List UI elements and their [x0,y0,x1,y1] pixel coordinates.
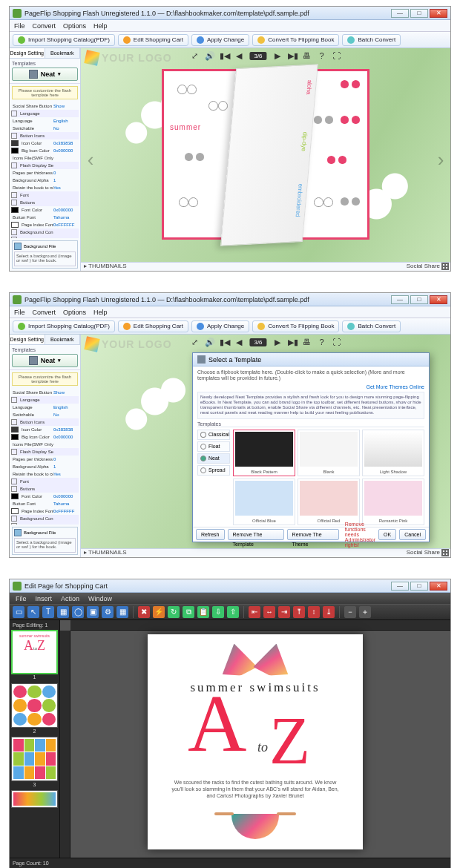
property-row[interactable]: Background Config [11,515,79,522]
minimize-button[interactable]: — [391,582,409,591]
close-button[interactable]: ✕ [430,295,447,304]
property-row[interactable]: Font [11,478,79,485]
menu-convert[interactable]: Convert [33,22,56,30]
image-tool-icon[interactable]: ▦ [57,606,69,618]
close-button[interactable]: ✕ [430,9,447,18]
swf-tool-icon[interactable]: ⚙ [102,606,114,618]
edit-cart-button[interactable]: Edit Shopping Cart [118,34,188,46]
template-light-shadow[interactable]: Light Shadow [362,430,424,476]
property-row[interactable]: SwitchableNo [11,125,79,132]
property-row[interactable]: Background Alpha1 [11,177,79,184]
fullscreen-icon[interactable]: ⛶ [332,51,341,60]
ok-button[interactable]: OK [378,529,396,540]
template-blank[interactable]: Blank [298,430,360,476]
thumbnail-3[interactable]: 3 [11,737,58,781]
property-row[interactable]: Button FontTahoma [11,500,79,507]
property-row[interactable]: Retain the book to centerYes [11,184,79,191]
import-button[interactable]: Import Shopping Catalog(PDF) [13,34,115,46]
zoom-out-icon[interactable]: － [344,606,356,618]
maximize-button[interactable]: □ [410,295,428,304]
refresh-icon[interactable]: ↻ [168,606,180,618]
property-row[interactable]: Button FontTahoma [11,214,79,221]
property-row[interactable]: Pages per thickness0 [11,456,79,463]
cancel-button[interactable]: Cancel [399,529,426,540]
tab-design-setting[interactable]: Design Setting [10,48,45,58]
align-bottom-icon[interactable]: ⤓ [323,606,335,618]
maximize-button[interactable]: □ [410,582,428,591]
property-row[interactable]: Icons File(SWF Only) [11,154,79,162]
template-romantic-pink[interactable]: Romantic Pink [362,479,424,525]
background-file-select[interactable]: Select a background (image or swf ) for … [14,251,76,266]
menu-action[interactable]: Action [61,595,79,602]
align-top-icon[interactable]: ⤒ [293,606,305,618]
close-button[interactable]: ✕ [430,582,447,591]
grid-icon[interactable] [441,263,449,270]
align-right-icon[interactable]: ⇥ [278,606,290,618]
editor-canvas[interactable]: summer swimsuits A to Z We scoured the r… [60,620,450,858]
property-row[interactable]: LanguageEnglish [11,404,79,411]
maximize-button[interactable]: □ [410,9,428,18]
shape-tool-icon[interactable]: ◯ [72,606,84,618]
property-row[interactable]: Retain the book to centerYes [11,470,79,478]
page-content[interactable]: summer swimsuits A to Z We scoured the r… [148,634,363,849]
print-icon[interactable]: 🖶 [303,51,312,60]
menu-options[interactable]: Options [63,22,86,30]
next-page-icon[interactable]: ▶ [273,51,282,60]
type-spread[interactable]: Spread [197,465,230,476]
book-spread[interactable]: summer a b d e [162,69,369,240]
remove-theme-button[interactable]: Remove The Theme [287,529,339,540]
property-row[interactable]: Background Config [11,228,79,236]
thumbnails-toggle[interactable]: ▸ THUMBNAILS [84,263,127,269]
apply-change-button[interactable]: Apply Change [191,34,249,46]
thumbnail-4[interactable] [11,790,58,808]
prev-arrow[interactable]: ‹ [84,148,97,171]
copy-icon[interactable]: ⧉ [183,606,194,618]
property-row[interactable]: Icon Color0x383838 [11,139,79,147]
convert-button[interactable]: Convert To Flipping Book [252,34,339,46]
menu-file[interactable]: File [16,595,27,602]
bring-front-icon[interactable]: ⇧ [227,606,239,618]
next-arrow[interactable]: › [434,148,447,171]
property-grid[interactable]: Social Share ButtonShowLanguageLanguageE… [10,102,80,238]
type-float[interactable]: Float [197,441,230,452]
property-row[interactable]: Font Color0x000000 [11,493,79,500]
property-row[interactable]: Pages per thickness0 [11,169,79,177]
remove-template-button[interactable]: Remove The Template [228,529,284,540]
property-row[interactable]: Icons File(SWF Only) [11,441,79,448]
template-official-red[interactable]: Official Red [298,479,360,525]
zoom-in-icon[interactable]: ＋ [359,606,371,618]
page-indicator[interactable]: 3/6 [249,52,266,60]
menu-insert[interactable]: Insert [36,595,53,602]
align-left-icon[interactable]: ⇤ [249,606,260,618]
property-row[interactable]: Page Index Font Color0xFFFFFF [11,507,79,515]
align-middle-icon[interactable]: ↕ [308,606,320,618]
type-classical[interactable]: Classical [197,430,230,440]
property-row[interactable]: SwitchableNo [11,411,79,418]
property-row[interactable]: Flash Display Settings [11,162,79,169]
property-row[interactable]: Language [11,396,79,404]
type-neat[interactable]: Neat [197,453,230,464]
align-center-icon[interactable]: ↔ [263,606,275,618]
property-row[interactable]: Button Icons [11,132,79,139]
tab-bookmark[interactable]: Bookmark [45,48,81,58]
zoom-in-icon[interactable]: ⤢ [190,51,199,60]
property-row[interactable]: Icon Color0x383838 [11,426,79,433]
minimize-button[interactable]: — [391,295,409,304]
template-black-pattern[interactable]: Black Pattern [233,430,295,476]
property-row[interactable]: Background Color [11,522,79,525]
get-more-themes-link[interactable]: Get More Themes Online [197,384,424,389]
property-row[interactable]: Big Icon Color0x000000 [11,433,79,441]
lightning-icon[interactable]: ⚡ [153,606,165,618]
property-row[interactable]: Font [11,191,79,199]
property-row[interactable]: Button Icons [11,418,79,426]
dialog-titlebar[interactable]: Select a Template [193,353,429,366]
first-page-icon[interactable]: ▮◀ [220,51,229,60]
social-share-label[interactable]: Social Share [407,263,440,269]
help-icon[interactable]: ? [318,51,326,60]
template-selector[interactable]: Neat ▾ [12,68,78,81]
text-tool-icon[interactable]: T [42,606,54,618]
menu-file[interactable]: File [14,22,25,30]
batch-convert-button[interactable]: Batch Convert [342,34,401,46]
refresh-button[interactable]: Refresh [196,529,225,540]
grid-tool-icon[interactable]: ▦ [116,606,128,618]
